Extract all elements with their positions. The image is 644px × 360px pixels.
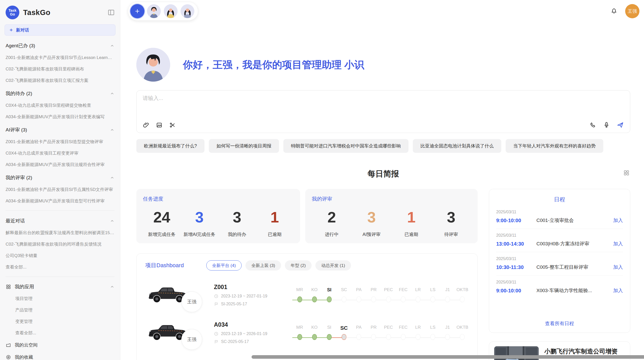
scissors-icon[interactable] <box>169 122 176 128</box>
voice-call-icon[interactable] <box>590 122 596 128</box>
conversation-item[interactable]: A034-全新新能源MUV产品开发项目计划变更表编写 <box>6 114 114 120</box>
milestone-label: LS <box>430 287 435 293</box>
section-agent-done[interactable]: Agent已办 (3) <box>6 42 114 49</box>
chevron-up-icon[interactable] <box>110 43 114 48</box>
conversation-item[interactable]: Z001-全新燃油轻卡产品开发项目SI节点属性5D文件评审 <box>6 187 114 192</box>
conversation-item[interactable]: Z001-全新燃油轻卡产品开发项目SI造型提交物评审 <box>6 139 114 145</box>
owner-name: 王强 <box>187 299 196 305</box>
milestone-label: MR <box>296 325 303 331</box>
recent-view-all-link[interactable]: 查看全部... <box>6 264 114 270</box>
app-item-change-mgmt[interactable]: 变更管理 <box>15 319 114 324</box>
recent-chat-item[interactable]: 公司Q3轻卡销量 <box>6 253 114 259</box>
milestone-label: MR <box>296 287 303 293</box>
sidebar-item-cloud-space[interactable]: 我的云空间 <box>6 342 114 348</box>
agent-avatar[interactable] <box>147 4 161 19</box>
milestone-dot <box>371 334 376 340</box>
sidebar-item-my-apps[interactable]: 我的应用 <box>6 283 114 290</box>
stat-my-todo[interactable]: 3 我的待办 <box>218 208 256 237</box>
stat-overdue[interactable]: 1 已逾期 <box>256 208 294 237</box>
microphone-icon[interactable] <box>603 122 610 128</box>
recent-chat-item[interactable]: C02-飞腾新能源轻客改款项目的闭环通告反馈情况 <box>6 241 114 247</box>
milestone-dot-done <box>312 296 317 302</box>
suggestion-chip[interactable]: 如何写一份清晰的项目周报 <box>209 139 279 153</box>
chat-composer[interactable] <box>136 90 630 133</box>
conversation-item[interactable]: C0X4-动力总成开发项目SI里程碑提交物检查 <box>6 102 114 108</box>
app-title: TaskGo <box>23 8 107 17</box>
sidebar-collapse-icon[interactable] <box>107 9 115 16</box>
suggestion-chip[interactable]: 比亚迪全固态电池计划具体说了什么 <box>413 139 501 153</box>
section-recent-chats[interactable]: 最近对话 <box>6 218 114 224</box>
stat-ai-pre-review[interactable]: 3 AI预评审 <box>352 208 392 237</box>
user-avatar[interactable]: 王强 <box>625 4 639 18</box>
briefing-header: 每日简报 <box>136 169 630 180</box>
agent-avatar[interactable] <box>163 4 178 19</box>
send-icon[interactable] <box>617 121 624 129</box>
agent-avatar[interactable] <box>180 4 195 19</box>
chevron-up-icon[interactable] <box>110 284 114 289</box>
stat-new-ai-done[interactable]: 3 新增AI完成任务 <box>181 208 218 237</box>
project-row[interactable]: 王强 Z001 2023-12-19 ~ 2027-01-19 SI <box>145 282 470 308</box>
conversation-item[interactable]: A034-全新新能源MUV产品开发项目造型可行性评审 <box>6 198 114 204</box>
flag-icon <box>214 339 218 344</box>
chevron-up-icon[interactable] <box>110 175 114 180</box>
attachment-icon[interactable] <box>143 122 149 128</box>
insert-image-icon[interactable] <box>156 122 163 128</box>
app-item-project-mgmt[interactable]: 项目管理 <box>15 296 114 302</box>
conversation-item[interactable]: C02-飞腾新能源轻客改款项目里程碑画布 <box>6 66 114 72</box>
join-link[interactable]: 加入 <box>613 241 623 247</box>
layout-grid-icon[interactable] <box>623 170 630 176</box>
milestone-label: J1 <box>445 325 450 331</box>
sidebar-item-favorites[interactable]: 我的收藏 <box>6 354 114 360</box>
chat-input[interactable] <box>143 95 624 101</box>
apps-view-all-link[interactable]: 查看全部... <box>15 330 114 336</box>
project-code: Z001 <box>214 284 282 291</box>
schedule-event-title: C003|H0B-方案冻结评审 <box>536 241 610 247</box>
join-link[interactable]: 加入 <box>613 264 623 271</box>
project-owner-avatar: 王强 <box>181 329 202 350</box>
stats-row: 任务进度 24 新增完成任务 3 新增AI完成任务 3 <box>136 189 478 243</box>
clock-icon <box>214 332 218 336</box>
task-progress-card: 任务进度 24 新增完成任务 3 新增AI完成任务 3 <box>136 189 300 243</box>
section-ai-review[interactable]: AI评审 (3) <box>6 127 114 133</box>
notification-bell-icon[interactable] <box>610 8 618 15</box>
project-row[interactable]: 王强 A034 2023-12-19 ~ 2026-01-19 SC <box>145 319 470 346</box>
project-dates: 2023-12-19 ~ 2027-01-19 <box>221 294 267 298</box>
tab-new-body[interactable]: 全新上装 (3) <box>245 260 281 271</box>
conversation-item[interactable]: Z001-全新燃油皮卡产品开发项目SI节点Lesson Learn报告 <box>6 55 114 61</box>
suggestion-chip[interactable]: 特朗普可能对进口汽车增税会对中国车企造成哪些影响 <box>283 139 408 153</box>
stat-review-overdue[interactable]: 1 已逾期 <box>391 208 431 237</box>
stat-label: 已逾期 <box>256 231 294 237</box>
conversation-item[interactable]: C0X4-动力总成开发项目工程变更评审 <box>6 150 114 156</box>
suggestion-chip[interactable]: 当下年轻人对汽车外观有怎样的喜好趋势 <box>506 139 603 153</box>
horizontal-scrollbar[interactable] <box>252 355 644 359</box>
stat-new-done[interactable]: 24 新增完成任务 <box>143 208 181 237</box>
suggestion-chip[interactable]: 欧洲新规最近颁布了什么? <box>136 139 204 153</box>
recent-chat-item[interactable]: 解释最新出台的欧盟报废车法规再生塑料比例被调至15%... <box>6 230 114 236</box>
chevron-up-icon[interactable] <box>110 91 114 96</box>
join-link[interactable]: 加入 <box>613 287 623 294</box>
section-my-review[interactable]: 我的评审 (2) <box>6 174 114 181</box>
tab-powertrain[interactable]: 动总开发 (1) <box>315 260 351 271</box>
stat-pending-review[interactable]: 3 待评审 <box>431 208 471 237</box>
chevron-up-icon[interactable] <box>110 128 114 132</box>
join-link[interactable]: 加入 <box>613 217 623 224</box>
section-my-todo[interactable]: 我的待办 (2) <box>6 90 114 97</box>
divider <box>6 211 114 211</box>
schedule-date: 2025/03/11 <box>496 280 623 284</box>
new-chat-button[interactable]: 新对话 <box>5 24 115 36</box>
tab-model-year[interactable]: 年型 (2) <box>285 260 312 271</box>
conversation-item[interactable]: C02-飞腾新能源轻客改款项目立项汇报方案 <box>6 78 114 83</box>
tab-new-platform[interactable]: 全新平台 (4) <box>206 260 242 271</box>
add-agent-button[interactable] <box>130 4 144 18</box>
milestone-dot <box>386 296 391 302</box>
chevron-up-icon[interactable] <box>110 219 114 223</box>
cloud-space-label: 我的云空间 <box>15 342 38 348</box>
stat-value: 3 <box>352 208 392 227</box>
card-title: 任务进度 <box>143 196 294 202</box>
conversation-item[interactable]: A034-全新新能源MUV产品开发项目法规符合性评审 <box>6 162 114 168</box>
stat-in-progress[interactable]: 2 进行中 <box>312 208 352 237</box>
view-all-schedule-link[interactable]: 查看所有日程 <box>496 319 623 327</box>
app-item-product-mgmt[interactable]: 产品管理 <box>15 307 114 313</box>
milestone-dot-done <box>327 334 332 340</box>
milestone-dot <box>445 334 450 340</box>
